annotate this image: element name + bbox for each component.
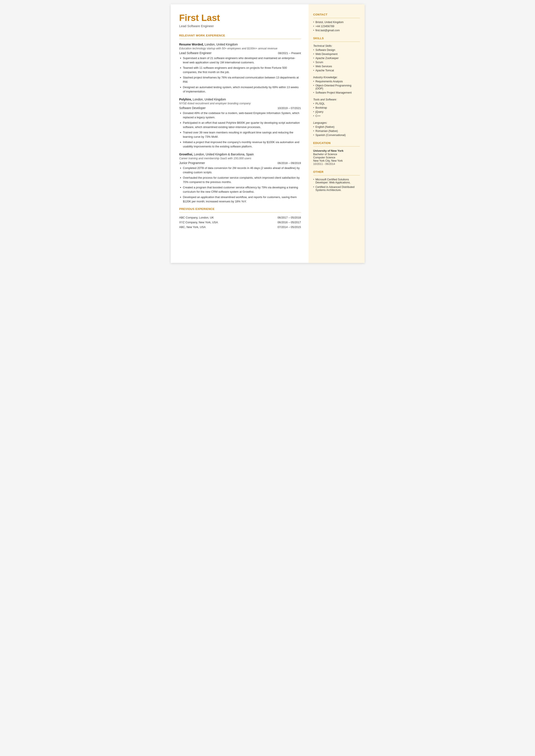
bullet-3-3: Created a program that boosted customer … — [180, 185, 301, 194]
bullet-1-2: Teamed with 11 software engineers and de… — [180, 66, 301, 74]
tool-2: Bootstrap — [313, 106, 360, 109]
company-name-2: Polyhire, — [179, 98, 192, 101]
bullet-3-2: Overhauled the process for customer serv… — [180, 176, 301, 184]
tools-label: Tools and Software: — [313, 98, 360, 101]
job-title-3: Junior Programmer — [179, 161, 205, 165]
previous-exp-section-title: PREVIOUS EXPERIENCE — [179, 207, 301, 210]
other-item-2: Certified in Advanced Distributed System… — [313, 185, 360, 192]
prev-exp-row-2: XYZ Company, New York, USA 06/2016 – 05/… — [179, 221, 301, 224]
company-block-3: Growthsi, London, United Kingdom & Barce… — [179, 153, 301, 204]
job-row-3: Junior Programmer 06/2018 – 09/2019 — [179, 161, 301, 165]
edu-dates: 10/2011 - 06/2014 — [313, 162, 360, 165]
contact-title: CONTACT — [313, 13, 360, 16]
bullet-2-2: Participated in an effort that saved Pol… — [180, 121, 301, 129]
bullet-3-4: Developed an application that streamline… — [180, 195, 301, 204]
left-column: First Last Lead Software Engineer RELEVA… — [171, 4, 309, 263]
contact-divider — [313, 18, 360, 18]
industry-skill-1: Requirements Analysis — [313, 80, 360, 83]
languages-label: Languages: — [313, 121, 360, 124]
job-row-2: Software Developer 10/2019 – 07/2021 — [179, 106, 301, 110]
job-title-2: Software Developer — [179, 106, 206, 110]
prev-exp-row-3: ABC, New York, USA 07/2014 – 05/2015 — [179, 225, 301, 229]
tech-skill-5: Web Services — [313, 65, 360, 68]
bullet-list-1: Supervised a team of 21 software enginee… — [179, 56, 301, 94]
skills-divider — [313, 42, 360, 42]
company-name-1: Resume Worded, — [179, 43, 204, 46]
contact-item-2: +44 123456789 — [313, 25, 360, 28]
prev-exp-dates-2: 06/2016 – 05/2017 — [277, 221, 301, 224]
prev-exp-dates-3: 07/2014 – 05/2015 — [277, 225, 301, 229]
company-location-2: London, United Kingdom — [192, 98, 226, 101]
education-divider — [313, 146, 360, 147]
company-name-3: Growthsi, — [179, 153, 193, 156]
skills-section: SKILLS Technical Skills: Software Design… — [313, 37, 360, 137]
contact-item-1: Bristol, United Kingdom — [313, 21, 360, 24]
job-title-1: Lead Software Engineer — [179, 51, 211, 55]
industry-skills-label: Industry Knowledge: — [313, 76, 360, 79]
bullet-2-3: Trained over 39 new team members resulti… — [180, 130, 301, 139]
prev-exp-row-1: ABC Company, London, UK 06/2017 – 05/201… — [179, 216, 301, 219]
company-desc-3: Career training and membership SaaS with… — [179, 157, 301, 160]
education-title: EDUCATION — [313, 141, 360, 145]
prev-exp-text-3: ABC, New York, USA — [179, 225, 206, 229]
industry-skill-3: Software Project Management — [313, 91, 360, 94]
languages-list: English (Native) Romanian (Native) Spani… — [313, 126, 360, 137]
tech-skill-2: Web Development — [313, 53, 360, 56]
skills-title: SKILLS — [313, 37, 360, 40]
tech-skill-6: Apache Tomcat — [313, 69, 360, 72]
other-title: OTHER — [313, 170, 360, 174]
company-block-2: Polyhire, London, United Kingdom NYSE-li… — [179, 98, 301, 149]
industry-skills-list: Requirements Analysis Object-Oriented Pr… — [313, 80, 360, 94]
bullet-2-1: Donated 49% of the codebase for a modern… — [180, 111, 301, 119]
company-location-3: London, United Kingdom & Barcelona, Spai… — [193, 153, 254, 156]
edu-location: New York City, New York — [313, 159, 360, 162]
previous-exp-table: ABC Company, London, UK 06/2017 – 05/201… — [179, 216, 301, 229]
prev-exp-text-1: ABC Company, London, UK — [179, 216, 214, 219]
tech-skill-1: Software Design — [313, 48, 360, 51]
language-2: Romanian (Native) — [313, 129, 360, 132]
edu-field: Computer Science — [313, 156, 360, 159]
other-item-1: Microsoft Certified Solutions Developer:… — [313, 178, 360, 184]
bullet-2-4: Initiated a project that improved the co… — [180, 140, 301, 149]
prev-exp-dates-1: 06/2017 – 05/2018 — [277, 216, 301, 219]
company-header-2: Polyhire, London, United Kingdom — [179, 98, 301, 101]
tech-skill-4: Scrum — [313, 61, 360, 64]
contact-item-3: first.last@gmail.com — [313, 29, 360, 32]
company-location-1: London, United Kingdom — [204, 43, 238, 46]
tool-4: C++ — [313, 114, 360, 118]
bullet-1-1: Supervised a team of 21 software enginee… — [180, 56, 301, 65]
other-list: Microsoft Certified Solutions Developer:… — [313, 178, 360, 192]
technical-skills-label: Technical Skills: — [313, 44, 360, 47]
job-dates-2: 10/2019 – 07/2021 — [277, 106, 301, 110]
prev-exp-text-2: XYZ Company, New York, USA — [179, 221, 218, 224]
education-section: EDUCATION University of New York Bachelo… — [313, 141, 360, 165]
bullet-list-3: Completed 20TB of data conversion for 2M… — [179, 166, 301, 204]
edu-degree: Bachelor of Science — [313, 153, 360, 156]
tech-skill-3: Apache ZooKeeper — [313, 57, 360, 60]
bullet-1-3: Slashed project timeframes by 76% via en… — [180, 75, 301, 84]
bullet-list-2: Donated 49% of the codebase for a modern… — [179, 111, 301, 149]
tools-list: PL/SQL Bootstrap jQuery C++ — [313, 102, 360, 118]
previous-exp-divider — [179, 212, 301, 212]
company-header-1: Resume Worded, London, United Kingdom — [179, 42, 301, 46]
edu-school: University of New York — [313, 149, 360, 153]
job-dates-3: 06/2018 – 09/2019 — [277, 161, 301, 165]
company-desc-1: Education technology startup with 50+ em… — [179, 47, 301, 50]
bullet-3-1: Completed 20TB of data conversion for 2M… — [180, 166, 301, 174]
industry-skill-2: Object-Oriented Programming (OOP) — [313, 84, 360, 90]
company-header-3: Growthsi, London, United Kingdom & Barce… — [179, 153, 301, 156]
company-block-1: Resume Worded, London, United Kingdom Ed… — [179, 42, 301, 94]
technical-skills-list: Software Design Web Development Apache Z… — [313, 48, 360, 72]
bullet-1-4: Designed an automated testing system, wh… — [180, 85, 301, 94]
language-3: Spanish (Conversational) — [313, 134, 360, 137]
contact-section: CONTACT Bristol, United Kingdom +44 1234… — [313, 13, 360, 32]
job-title: Lead Software Engineer — [179, 24, 301, 28]
other-section: OTHER Microsoft Certified Solutions Deve… — [313, 170, 360, 192]
language-1: English (Native) — [313, 126, 360, 128]
resume-document: First Last Lead Software Engineer RELEVA… — [171, 4, 365, 263]
name: First Last — [179, 13, 301, 23]
relevant-work-section-title: RELEVANT WORK EXPERIENCE — [179, 34, 301, 37]
other-divider — [313, 175, 360, 176]
right-column: CONTACT Bristol, United Kingdom +44 1234… — [309, 4, 365, 263]
job-row-1: Lead Software Engineer 08/2021 – Present — [179, 51, 301, 55]
